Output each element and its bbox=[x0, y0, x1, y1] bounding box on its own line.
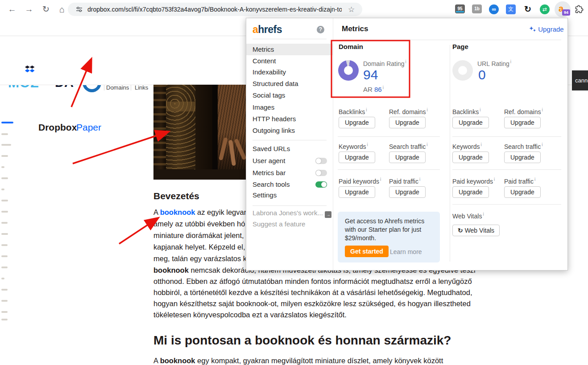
domain-ref-domains-label: Ref. domainsi bbox=[389, 107, 428, 115]
domain-ref-domains-upgrade-button[interactable]: Upgrade bbox=[389, 117, 426, 128]
moz-col-domains[interactable]: Domains bbox=[106, 84, 129, 91]
domain-keywords-upgrade-button[interactable]: Upgrade bbox=[339, 152, 375, 163]
menu-item-outgoing-links[interactable]: Outgoing links bbox=[246, 125, 333, 136]
ar-value-link[interactable]: 86 bbox=[374, 86, 382, 93]
info-icon[interactable]: i bbox=[383, 85, 384, 90]
menu-item-metrics[interactable]: Metrics bbox=[246, 44, 333, 55]
info-icon[interactable]: i bbox=[510, 59, 511, 64]
menu-item-social-tags[interactable]: Social tags bbox=[246, 90, 333, 101]
url-text[interactable]: dropbox.com/scl/fi/x7cqbto753f32a4avog7b… bbox=[87, 6, 342, 13]
outline-mark[interactable] bbox=[1, 289, 8, 291]
outline-mark[interactable] bbox=[1, 166, 4, 168]
user-agent-toggle[interactable] bbox=[315, 158, 327, 164]
get-started-button[interactable]: Get started bbox=[345, 246, 389, 257]
domain-backlinks-label: Backlinksi bbox=[339, 107, 367, 115]
outline-mark[interactable] bbox=[1, 311, 8, 313]
outline-mark[interactable] bbox=[1, 278, 4, 279]
learn-more-link[interactable]: Learn more bbox=[390, 248, 422, 255]
domain-paid-traffic-upgrade-button[interactable]: Upgrade bbox=[389, 186, 426, 198]
moz-extension-icon[interactable]: 95 bbox=[455, 4, 465, 13]
info-icon[interactable]: i bbox=[406, 59, 406, 64]
reload-icon[interactable]: ↻ bbox=[39, 0, 53, 19]
forward-icon[interactable]: → bbox=[22, 0, 36, 19]
row-divider bbox=[338, 136, 440, 137]
outline-mark[interactable] bbox=[1, 300, 8, 302]
page-section-header: Page bbox=[452, 43, 468, 50]
outline-mark[interactable] bbox=[1, 267, 8, 268]
outline-mark[interactable] bbox=[1, 155, 8, 157]
sidebar-border bbox=[333, 18, 333, 270]
doc-text: egy kompakt, gyakran megvilágított minia… bbox=[195, 357, 443, 365]
page-paid-traffic-upgrade-button[interactable]: Upgrade bbox=[504, 186, 541, 198]
menu-item-settings[interactable]: Settings bbox=[246, 189, 333, 201]
back-icon[interactable]: ← bbox=[5, 0, 19, 19]
ahrefs-extension-icon[interactable]: a 94 bbox=[555, 1, 571, 17]
infinity-extension-icon[interactable]: ∞ bbox=[489, 4, 499, 14]
extensions-puzzle-icon[interactable] bbox=[574, 4, 584, 14]
doc-line: hogyan készíthetsz saját booknook-ot, mi… bbox=[153, 299, 471, 308]
outline-mark[interactable] bbox=[1, 200, 8, 201]
web-vitals-label: Web Vitalsi bbox=[452, 212, 484, 220]
help-icon[interactable]: ? bbox=[317, 26, 324, 33]
menu-item-structured-data[interactable]: Structured data bbox=[246, 78, 333, 90]
ar-label: AR bbox=[363, 86, 373, 93]
outline-mark[interactable] bbox=[1, 233, 8, 235]
panel-column-divider bbox=[450, 45, 450, 262]
page-keywords-upgrade-button[interactable]: Upgrade bbox=[452, 152, 489, 163]
menu-item-suggest-feature[interactable]: Suggest a feature bbox=[246, 218, 333, 230]
page-backlinks-label: Backlinksi bbox=[452, 107, 480, 115]
outline-mark[interactable] bbox=[1, 122, 13, 123]
menu-item-indexability[interactable]: Indexability bbox=[246, 66, 333, 78]
translate-extension-icon[interactable]: 文 bbox=[506, 4, 516, 14]
domain-paid-traffic-label: Paid traffici bbox=[389, 177, 420, 185]
outline-mark[interactable] bbox=[1, 189, 4, 190]
web-vitals-button[interactable]: ↻ Web Vitals bbox=[452, 225, 500, 236]
menu-item-http-headers[interactable]: HTTP headers bbox=[246, 113, 333, 125]
outline-mark[interactable] bbox=[1, 177, 8, 179]
page-paid-traffic-label: Paid traffici bbox=[504, 177, 535, 185]
page-search-traffic-upgrade-button[interactable]: Upgrade bbox=[504, 152, 541, 163]
outline-mark[interactable] bbox=[1, 255, 8, 257]
sidebar-divider bbox=[253, 205, 327, 206]
doc-line: amely az utóbbi években hó bbox=[153, 220, 245, 228]
outline-mark[interactable] bbox=[1, 211, 8, 213]
page-backlinks-upgrade-button[interactable]: Upgrade bbox=[452, 117, 489, 128]
search-tools-toggle[interactable] bbox=[315, 181, 327, 188]
outline-mark[interactable] bbox=[1, 144, 11, 146]
menu-item-workspace[interactable]: Labrona Jones's work...→ bbox=[246, 207, 333, 219]
metrics-bar-toggle[interactable] bbox=[315, 170, 327, 176]
booknook-link[interactable]: booknook bbox=[160, 208, 195, 216]
url-rating-label: URL Ratingi bbox=[477, 59, 511, 67]
sidebar-divider bbox=[253, 39, 327, 39]
paper-product[interactable]: Paper bbox=[76, 122, 101, 133]
domain-paid-keywords-upgrade-button[interactable]: Upgrade bbox=[339, 186, 375, 198]
paper-brand[interactable]: Dropbox bbox=[38, 122, 77, 133]
menu-item-saved-urls[interactable]: Saved URLs bbox=[246, 143, 333, 155]
green-sync-extension-icon[interactable]: ⇄ bbox=[540, 4, 550, 14]
domain-backlinks-upgrade-button[interactable]: Upgrade bbox=[339, 117, 375, 128]
menu-item-images[interactable]: Images bbox=[246, 102, 333, 113]
promo-text: Get access to Ahrefs metrics with our St… bbox=[345, 217, 424, 242]
moz-col-links[interactable]: Links bbox=[135, 84, 148, 91]
menu-item-content[interactable]: Content bbox=[246, 55, 333, 67]
outline-mark[interactable] bbox=[1, 244, 8, 246]
site-settings-icon[interactable] bbox=[76, 6, 83, 13]
refresh-extension-icon[interactable]: ↻ bbox=[523, 4, 533, 14]
outline-mark[interactable] bbox=[1, 222, 8, 224]
doc-line: hobbiról, a történetétől kezdve a készít… bbox=[153, 288, 472, 297]
refresh-icon: ↻ bbox=[458, 227, 463, 234]
bookmark-star-icon[interactable]: ☆ bbox=[348, 5, 355, 14]
upgrade-link[interactable]: Upgrade bbox=[529, 25, 564, 33]
home-icon[interactable]: ⌂ bbox=[55, 0, 69, 19]
page-ref-domains-upgrade-button[interactable]: Upgrade bbox=[504, 117, 541, 128]
ahrefs-logo: ahrefs bbox=[253, 24, 282, 36]
page-paid-keywords-upgrade-button[interactable]: Upgrade bbox=[452, 186, 489, 198]
outline-mark[interactable] bbox=[1, 133, 8, 135]
onebox-extension-icon[interactable]: 1b bbox=[472, 4, 482, 13]
outline-mark[interactable] bbox=[1, 319, 8, 320]
browser-toolbar: ← → ↻ ⌂ dropbox.com/scl/fi/x7cqbto753f32… bbox=[0, 0, 588, 19]
dropbox-logo-icon[interactable] bbox=[25, 65, 35, 76]
doc-line: A booknook az egyik legvar bbox=[153, 208, 246, 217]
domain-search-traffic-upgrade-button[interactable]: Upgrade bbox=[389, 152, 426, 163]
page-search-traffic-label: Search traffici bbox=[504, 142, 542, 150]
